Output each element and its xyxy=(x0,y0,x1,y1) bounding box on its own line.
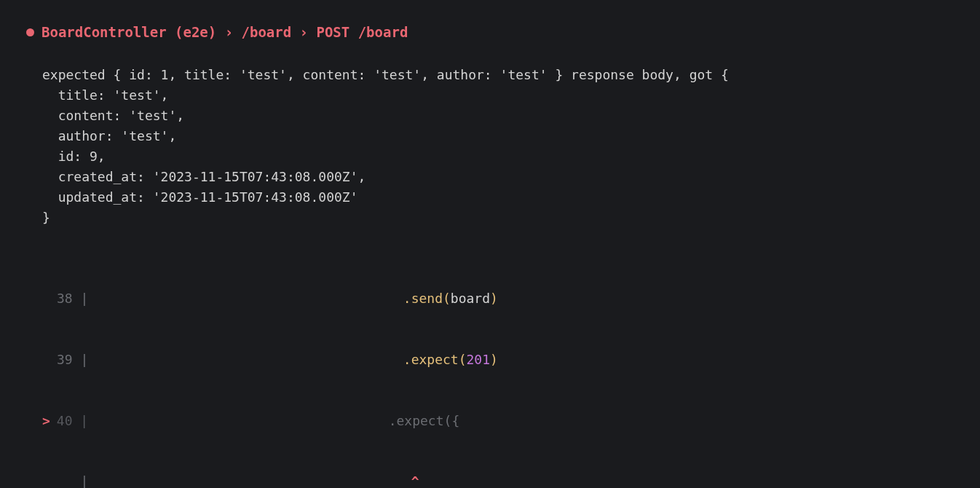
error-line: } xyxy=(42,210,50,225)
code-line: 39 | .expect(201) xyxy=(57,350,980,370)
code-line: 38 | .send(board) xyxy=(57,288,980,309)
code-content: .send(board) xyxy=(103,288,498,309)
line-number: 40 | xyxy=(57,411,89,431)
error-line: created_at: '2023-11-15T07:43:08.000Z', xyxy=(42,169,365,184)
error-line: title: 'test', xyxy=(42,87,168,103)
code-content: .expect(201) xyxy=(103,350,498,370)
error-line: id: 9, xyxy=(42,149,106,164)
test-failure-header: BoardController (e2e) › /board › POST /b… xyxy=(0,22,980,43)
line-number: 38 | xyxy=(57,288,103,309)
code-line-caret: | ^ xyxy=(57,471,980,488)
error-pointer-icon: > xyxy=(42,411,50,431)
caret-pointer: ^ xyxy=(103,471,419,488)
test-path: BoardController (e2e) › /board › POST /b… xyxy=(42,22,408,43)
test-failure-content: expected { id: 1, title: 'test', content… xyxy=(0,65,980,488)
code-frame: 38 | .send(board) 39 | .expect(201) >40 … xyxy=(42,248,980,488)
code-content: .expect({ xyxy=(89,411,459,431)
error-line: expected { id: 1, title: 'test', content… xyxy=(42,67,729,82)
error-line: updated_at: '2023-11-15T07:43:08.000Z' xyxy=(42,189,357,205)
line-number: 39 | xyxy=(57,350,103,370)
error-line: content: 'test', xyxy=(42,108,184,123)
line-number: | xyxy=(57,471,103,488)
error-message: expected { id: 1, title: 'test', content… xyxy=(42,65,980,227)
code-line-error: >40 | .expect({ xyxy=(57,411,980,431)
error-line: author: 'test', xyxy=(42,128,176,143)
bullet-icon xyxy=(26,28,34,36)
